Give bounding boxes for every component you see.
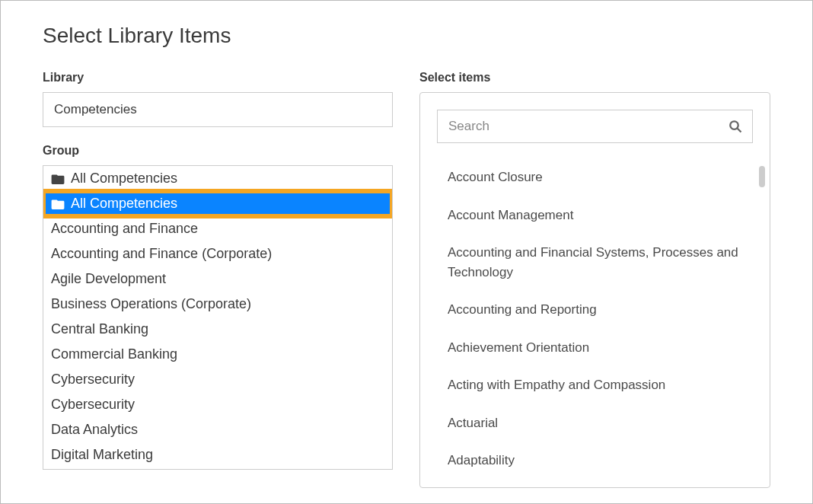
group-item[interactable]: Business Operations (Corporate) <box>43 292 392 317</box>
group-item[interactable]: Agile Development <box>43 266 392 292</box>
list-item[interactable]: Account Management <box>448 196 753 234</box>
list-item[interactable]: Accounting and Reporting <box>448 291 753 329</box>
scrollbar-thumb[interactable] <box>759 166 765 187</box>
select-items-label: Select items <box>419 71 770 85</box>
group-item[interactable]: Accounting and Finance <box>43 216 392 241</box>
search-icon <box>729 120 742 133</box>
list-item[interactable]: Accounting and Financial Systems, Proces… <box>448 234 753 291</box>
group-item[interactable]: Cybersecurity <box>43 367 392 392</box>
library-select[interactable]: Competencies <box>43 92 393 127</box>
group-listbox[interactable]: All Competencies All Competencies Accoun… <box>43 165 393 470</box>
svg-line-1 <box>737 128 741 132</box>
group-item[interactable]: Commercial Banking <box>43 342 392 367</box>
items-panel: Account Closure Account Management Accou… <box>419 92 770 488</box>
group-item[interactable]: Digital Marketing <box>43 442 392 467</box>
group-root-label: All Competencies <box>71 168 177 189</box>
group-selected-item[interactable]: All Competencies <box>43 191 392 216</box>
group-label: Group <box>43 144 393 158</box>
group-item[interactable]: Data Analytics <box>43 417 392 442</box>
search-input[interactable] <box>437 110 753 143</box>
list-item[interactable]: Achievement Orientation <box>448 329 753 367</box>
group-item[interactable]: Accounting and Finance (Corporate) <box>43 241 392 266</box>
folder-icon <box>51 174 65 184</box>
group-selected-label: All Competencies <box>71 193 177 214</box>
page-title: Select Library Items <box>43 24 770 48</box>
svg-point-0 <box>730 121 738 129</box>
group-item[interactable]: Central Banking <box>43 317 392 342</box>
items-list: Account Closure Account Management Accou… <box>437 158 753 480</box>
list-item[interactable]: Adaptability <box>448 442 753 480</box>
list-item[interactable]: Actuarial <box>448 404 753 442</box>
library-label: Library <box>43 71 393 85</box>
group-item[interactable]: Engineering <box>43 467 392 470</box>
group-root-item[interactable]: All Competencies <box>43 166 392 191</box>
list-item[interactable]: Account Closure <box>448 158 753 196</box>
list-item[interactable]: Acting with Empathy and Compassion <box>448 366 753 404</box>
group-item[interactable]: Cybersecurity <box>43 392 392 417</box>
folder-open-icon <box>51 199 65 209</box>
